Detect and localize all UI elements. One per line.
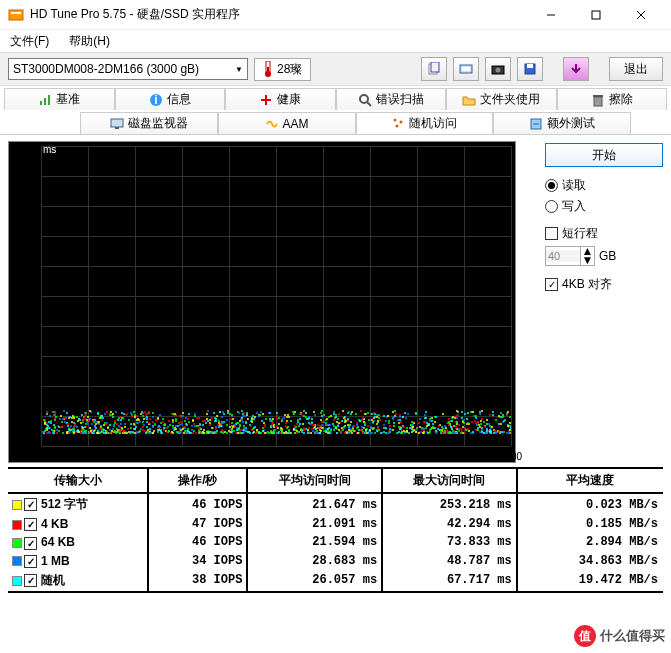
transfer-size: 4 KB bbox=[41, 517, 68, 531]
svg-rect-16 bbox=[527, 64, 533, 68]
tab-随机访问[interactable]: 随机访问 bbox=[356, 112, 494, 134]
tab-label: 随机访问 bbox=[409, 115, 457, 132]
tab-文件夹使用[interactable]: 文件夹使用 bbox=[446, 88, 557, 110]
y-tick: 200.0 bbox=[14, 322, 39, 333]
series-checkbox[interactable] bbox=[24, 498, 37, 511]
svg-rect-3 bbox=[592, 11, 600, 19]
series-checkbox[interactable] bbox=[24, 574, 37, 587]
avg-speed-value: 34.863 MB/s bbox=[517, 552, 663, 570]
tab-label: 额外测试 bbox=[547, 115, 595, 132]
titlebar: HD Tune Pro 5.75 - 硬盘/SSD 实用程序 bbox=[0, 0, 671, 30]
max-access-value: 42.294 ms bbox=[382, 515, 517, 533]
options-button[interactable] bbox=[563, 57, 589, 81]
avg-access-value: 26.057 ms bbox=[247, 570, 382, 592]
avg-access-value: 21.091 ms bbox=[247, 515, 382, 533]
tab-label: 擦除 bbox=[609, 91, 633, 108]
x-tick: 3000 bbox=[500, 451, 522, 462]
x-tick: 1800 bbox=[312, 451, 334, 462]
transfer-size: 随机 bbox=[41, 573, 65, 587]
transfer-size: 1 MB bbox=[41, 554, 70, 568]
y-tick: 50.0 bbox=[20, 412, 39, 423]
iops-value: 47 IOPS bbox=[148, 515, 247, 533]
short-stroke-spinner[interactable]: ▲▼ bbox=[545, 246, 595, 266]
drive-select[interactable]: ST3000DM008-2DM166 (3000 gB) ▼ bbox=[8, 58, 248, 80]
x-tick: 2400 bbox=[406, 451, 428, 462]
read-radio[interactable]: 读取 bbox=[545, 177, 663, 194]
table-row: 512 字节46 IOPS21.647 ms253.218 ms0.023 MB… bbox=[8, 493, 663, 515]
radio-icon bbox=[545, 179, 558, 192]
minimize-button[interactable] bbox=[528, 1, 573, 29]
table-row: 随机38 IOPS26.057 ms67.717 ms19.472 MB/s bbox=[8, 570, 663, 592]
tab-label: 健康 bbox=[277, 91, 301, 108]
x-tick: 1500 bbox=[265, 451, 287, 462]
tab-磁盘监视器[interactable]: 磁盘监视器 bbox=[80, 112, 218, 134]
svg-point-14 bbox=[496, 68, 501, 73]
avg-speed-value: 19.472 MB/s bbox=[517, 570, 663, 592]
save-button[interactable] bbox=[517, 57, 543, 81]
app-icon bbox=[8, 7, 24, 23]
svg-rect-19 bbox=[48, 95, 50, 105]
write-radio[interactable]: 写入 bbox=[545, 198, 663, 215]
x-tick: 1200 bbox=[218, 451, 240, 462]
svg-rect-28 bbox=[111, 119, 123, 127]
series-checkbox[interactable] bbox=[24, 537, 37, 550]
tab-健康[interactable]: 健康 bbox=[225, 88, 336, 110]
tab-错误扫描[interactable]: 错误扫描 bbox=[336, 88, 447, 110]
table-row: 4 KB47 IOPS21.091 ms42.294 ms0.185 MB/s bbox=[8, 515, 663, 533]
avg-access-value: 28.683 ms bbox=[247, 552, 382, 570]
svg-rect-18 bbox=[44, 98, 46, 105]
table-header: 平均速度 bbox=[517, 468, 663, 493]
thermometer-icon bbox=[263, 61, 273, 77]
benchmark-icon bbox=[38, 93, 52, 107]
svg-point-32 bbox=[396, 125, 399, 128]
extra-test-icon bbox=[529, 117, 543, 131]
tab-额外测试[interactable]: 额外测试 bbox=[493, 112, 631, 134]
drive-select-value: ST3000DM008-2DM166 (3000 gB) bbox=[13, 62, 199, 76]
side-panel: 开始 读取 写入 短行程 ▲▼ GB 4KB 对齐 bbox=[545, 141, 663, 463]
tab-label: 基准 bbox=[56, 91, 80, 108]
y-tick: 350.0 bbox=[14, 231, 39, 242]
y-tick: 500.0 bbox=[14, 141, 39, 152]
tab-label: 信息 bbox=[167, 91, 191, 108]
copy-screenshot-button[interactable] bbox=[453, 57, 479, 81]
tabs-row-1: 基准i信息健康错误扫描文件夹使用擦除 bbox=[0, 86, 671, 110]
svg-rect-12 bbox=[462, 67, 470, 71]
exit-button[interactable]: 退出 bbox=[609, 57, 663, 81]
menu-help[interactable]: 帮助(H) bbox=[63, 31, 116, 52]
svg-point-24 bbox=[360, 95, 368, 103]
short-stroke-value[interactable] bbox=[546, 250, 580, 262]
tab-擦除[interactable]: 擦除 bbox=[557, 88, 668, 110]
series-color-swatch bbox=[12, 556, 22, 566]
svg-rect-17 bbox=[40, 101, 42, 105]
x-tick: 900 bbox=[174, 451, 191, 462]
tab-信息[interactable]: i信息 bbox=[115, 88, 226, 110]
info-icon: i bbox=[149, 93, 163, 107]
series-checkbox[interactable] bbox=[24, 518, 37, 531]
spinner-down-icon[interactable]: ▼ bbox=[580, 256, 594, 265]
series-checkbox[interactable] bbox=[24, 555, 37, 568]
maximize-button[interactable] bbox=[573, 1, 618, 29]
x-tick: 300 bbox=[80, 451, 97, 462]
svg-rect-8 bbox=[267, 67, 269, 74]
copy-info-button[interactable] bbox=[421, 57, 447, 81]
y-tick: 300.0 bbox=[14, 261, 39, 272]
error-scan-icon bbox=[358, 93, 372, 107]
tab-基准[interactable]: 基准 bbox=[4, 88, 115, 110]
iops-value: 46 IOPS bbox=[148, 493, 247, 515]
start-button[interactable]: 开始 bbox=[545, 143, 663, 167]
close-button[interactable] bbox=[618, 1, 663, 29]
max-access-value: 67.717 ms bbox=[382, 570, 517, 592]
short-stroke-checkbox[interactable]: 短行程 bbox=[545, 225, 663, 242]
series-color-swatch bbox=[12, 500, 22, 510]
align-4kb-checkbox[interactable]: 4KB 对齐 bbox=[545, 276, 663, 293]
screenshot-button[interactable] bbox=[485, 57, 511, 81]
table-header: 操作/秒 bbox=[148, 468, 247, 493]
tab-AAM[interactable]: AAM bbox=[218, 112, 356, 134]
svg-rect-26 bbox=[594, 97, 602, 106]
iops-value: 38 IOPS bbox=[148, 570, 247, 592]
transfer-size: 64 KB bbox=[41, 535, 75, 549]
tab-label: AAM bbox=[283, 117, 309, 131]
x-tick: 2100 bbox=[359, 451, 381, 462]
aam-icon bbox=[265, 117, 279, 131]
menu-file[interactable]: 文件(F) bbox=[4, 31, 55, 52]
